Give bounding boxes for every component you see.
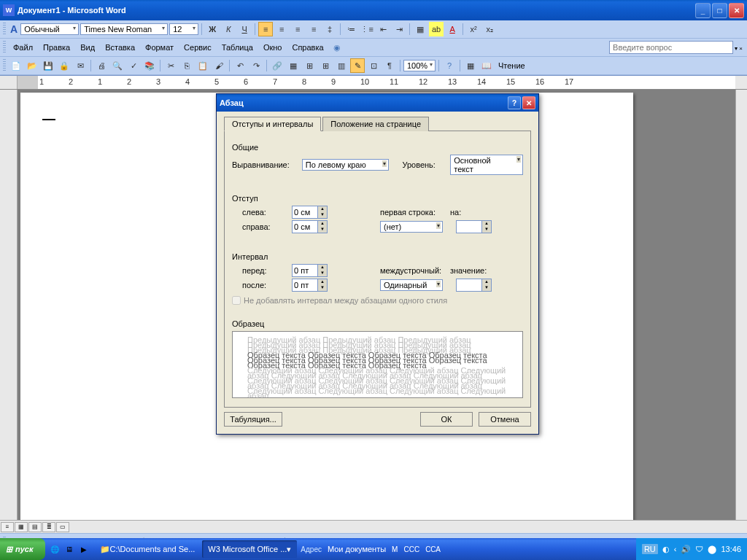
align-left-button[interactable]: ≡ — [258, 22, 273, 36]
outline-view-button[interactable]: ≣ — [42, 522, 55, 532]
highlight-button[interactable]: ab — [429, 22, 444, 36]
bold-button[interactable]: Ж — [205, 22, 220, 36]
linespacing-select[interactable]: Одинарный — [380, 279, 443, 291]
doc-map-button[interactable]: ⊡ — [366, 58, 381, 73]
web-view-button[interactable]: ▦ — [15, 522, 28, 532]
reading-icon[interactable]: 📖 — [479, 58, 494, 73]
font-combo[interactable]: Times New Roman — [80, 23, 168, 35]
menu-help[interactable]: Справка — [287, 41, 328, 54]
help-icon[interactable]: ◉ — [330, 40, 344, 55]
taskbar-ccc[interactable]: ССС — [400, 545, 422, 553]
ql-ie-icon[interactable]: 🌐 — [48, 542, 61, 556]
dialog-titlebar[interactable]: Абзац ? ✕ — [217, 94, 538, 112]
menu-insert[interactable]: Вставка — [101, 41, 139, 54]
tab-indents[interactable]: Отступы и интервалы — [224, 117, 321, 131]
alignment-select[interactable]: По левому краю — [302, 159, 390, 171]
tab-position[interactable]: Положение на странице — [322, 117, 429, 131]
paste-button[interactable]: 📋 — [196, 58, 210, 73]
reading-view-button[interactable]: ▭ — [56, 522, 69, 532]
style-combo[interactable]: Обычный — [20, 23, 79, 35]
menu-format[interactable]: Формат — [141, 41, 178, 54]
firstline-select[interactable]: (нет) — [380, 221, 443, 233]
borders-button[interactable]: ▦ — [413, 22, 427, 36]
underline-button[interactable]: Ч — [237, 22, 252, 36]
indent-left-spinner[interactable]: ▲▼ — [292, 206, 328, 219]
start-button[interactable]: ⊞пуск — [0, 538, 45, 560]
increase-indent-button[interactable]: ⇥ — [392, 22, 406, 36]
reading-label[interactable]: Чтение — [495, 60, 528, 71]
vertical-ruler[interactable] — [0, 90, 18, 520]
format-painter-button[interactable]: 🖌 — [212, 58, 226, 73]
taskbar-address[interactable]: Мои документы — [325, 545, 389, 553]
italic-button[interactable]: К — [221, 22, 236, 36]
email-button[interactable]: ✉ — [73, 58, 88, 73]
hyperlink-button[interactable]: 🔗 — [270, 58, 285, 73]
menu-view[interactable]: Вид — [76, 41, 99, 54]
redo-button[interactable]: ↷ — [249, 58, 263, 73]
grip[interactable] — [3, 59, 6, 72]
level-select[interactable]: Основной текст — [450, 155, 523, 175]
undo-button[interactable]: ↶ — [233, 58, 247, 73]
lang-indicator[interactable]: RU — [642, 544, 658, 554]
menu-file[interactable]: Файл — [9, 41, 37, 54]
bulleted-list-button[interactable]: ⋮≡ — [360, 22, 374, 36]
zoom-combo[interactable]: 100% — [403, 60, 436, 71]
numbered-list-button[interactable]: ≔ — [344, 22, 358, 36]
ok-button[interactable]: ОК — [420, 412, 473, 427]
spelling-button[interactable]: ✓ — [126, 58, 141, 73]
by-spinner[interactable]: ▲▼ — [456, 220, 492, 233]
line-spacing-button[interactable]: ‡ — [322, 22, 337, 36]
at-spinner[interactable]: ▲▼ — [456, 279, 492, 292]
fontsize-combo[interactable]: 12 — [169, 23, 198, 35]
normal-view-button[interactable]: ≡ — [1, 522, 14, 532]
print-button[interactable]: 🖨 — [94, 58, 109, 73]
open-button[interactable]: 📂 — [25, 58, 39, 73]
subscript-button[interactable]: x₂ — [482, 22, 497, 36]
menu-window[interactable]: Окно — [259, 41, 287, 54]
help-button[interactable]: ? — [442, 58, 457, 73]
font-color-button[interactable]: A — [445, 22, 460, 36]
new-button[interactable]: 📄 — [9, 58, 23, 73]
indent-right-spinner[interactable]: ▲▼ — [292, 220, 328, 233]
help-search-input[interactable] — [609, 41, 733, 54]
minimize-button[interactable]: _ — [695, 3, 711, 18]
tray-arrow-icon[interactable]: ‹ — [674, 545, 677, 553]
ql-desktop-icon[interactable]: 🖥 — [63, 542, 76, 556]
drawing-toggle-button[interactable]: ✎ — [350, 58, 365, 73]
save-button[interactable]: 💾 — [41, 58, 55, 73]
menu-tools[interactable]: Сервис — [179, 41, 216, 54]
insert-table-button[interactable]: ⊞ — [302, 58, 317, 73]
grip[interactable] — [3, 41, 6, 54]
superscript-button[interactable]: x² — [466, 22, 481, 36]
tabs-button[interactable]: Табуляция... — [224, 412, 282, 427]
ql-media-icon[interactable]: ▶ — [77, 542, 90, 556]
research-button[interactable]: 📚 — [142, 58, 157, 73]
taskbar-item-word[interactable]: W 3 Microsoft Office ... ▾ — [202, 540, 297, 558]
copy-button[interactable]: ⎘ — [179, 58, 194, 73]
before-spinner[interactable]: ▲▼ — [292, 264, 328, 277]
tray-shield-icon[interactable]: 🛡 — [695, 545, 703, 553]
vertical-scrollbar[interactable] — [735, 90, 747, 520]
grip[interactable] — [3, 23, 6, 36]
menu-edit[interactable]: Правка — [39, 41, 74, 54]
cancel-button[interactable]: Отмена — [479, 412, 531, 427]
decrease-indent-button[interactable]: ⇤ — [376, 22, 390, 36]
maximize-button[interactable]: □ — [712, 3, 727, 18]
after-spinner[interactable]: ▲▼ — [292, 279, 328, 292]
close-button[interactable]: ✕ — [729, 3, 744, 18]
horizontal-scrollbar[interactable] — [70, 521, 746, 533]
ruler-button[interactable]: ▦ — [463, 58, 478, 73]
menu-table[interactable]: Таблица — [217, 41, 258, 54]
tray-app-icon[interactable]: ⬤ — [708, 545, 716, 554]
print-view-button[interactable]: ▤ — [28, 522, 42, 532]
dialog-close-button[interactable]: ✕ — [522, 96, 535, 109]
clock[interactable]: 13:46 — [721, 545, 741, 553]
columns-button[interactable]: ▥ — [334, 58, 349, 73]
taskbar-m[interactable]: М — [389, 545, 400, 553]
tray-icon[interactable]: ◐ — [662, 545, 670, 554]
excel-button[interactable]: ⊞ — [318, 58, 333, 73]
tables-borders-button[interactable]: ▦ — [286, 58, 301, 73]
align-center-button[interactable]: ≡ — [274, 22, 289, 36]
align-right-button[interactable]: ≡ — [290, 22, 305, 36]
align-justify-button[interactable]: ≡ — [306, 22, 321, 36]
